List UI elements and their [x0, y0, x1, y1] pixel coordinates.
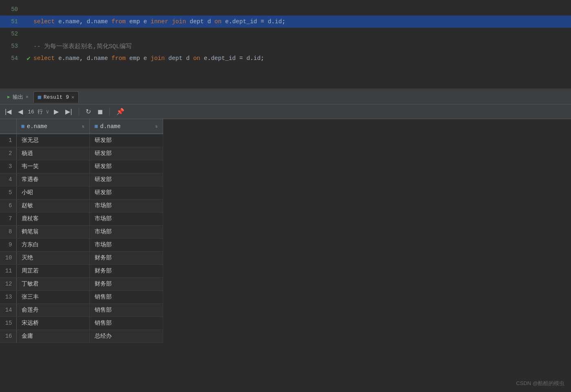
- row-number-header: [0, 119, 16, 134]
- dname-cell: 财务部: [90, 251, 163, 264]
- dname-cell: 研发部: [90, 186, 163, 199]
- dname-cell: 市场部: [90, 212, 163, 225]
- dropdown-arrow[interactable]: ∨: [46, 109, 49, 115]
- ename-cell: 俞莲舟: [16, 303, 90, 317]
- result-table: ▦ e.name ⇅ ▦ d.name ⇅ 1张无忌研发部2杨逍研发部3: [0, 119, 163, 343]
- table-row: 15宋远桥销售部: [0, 317, 163, 330]
- code-line-53: 53-- 为每一张表起别名,简化SQL编写: [0, 40, 571, 52]
- ename-cell: 周芷若: [16, 264, 90, 277]
- line-number: 52: [0, 31, 24, 37]
- code-line-54: 54✔select e.name, d.name from emp e join…: [0, 52, 571, 64]
- tab-bar: ▶ 输出 ✕ ▦ Result 9 ✕: [0, 90, 571, 104]
- next-page-button[interactable]: ▶: [52, 107, 60, 116]
- tab-result9[interactable]: ▦ Result 9 ✕: [33, 91, 79, 103]
- table-row: 9方东白市场部: [0, 238, 163, 251]
- row-number-cell: 13: [0, 290, 16, 303]
- last-page-button[interactable]: ▶|: [64, 107, 73, 116]
- row-number-cell: 11: [0, 264, 16, 277]
- row-number-cell: 1: [0, 134, 16, 147]
- dname-cell: 研发部: [90, 134, 163, 147]
- row-number-cell: 2: [0, 147, 16, 160]
- refresh-button[interactable]: ↻: [84, 107, 93, 116]
- table-row: 5小昭研发部: [0, 186, 163, 199]
- line-content: select e.name, d.name from emp e join de…: [33, 55, 571, 62]
- ename-cell: 方东白: [16, 238, 90, 251]
- dname-cell: 市场部: [90, 238, 163, 251]
- table-header-row: ▦ e.name ⇅ ▦ d.name ⇅: [0, 119, 163, 134]
- row-number-cell: 5: [0, 186, 16, 199]
- table-row: 6赵敏市场部: [0, 199, 163, 212]
- ename-cell: 韦一笑: [16, 160, 90, 173]
- ename-cell: 赵敏: [16, 199, 90, 212]
- col-header-dname[interactable]: ▦ d.name ⇅: [90, 119, 163, 134]
- line-content: select e.name, d.name from emp e inner j…: [33, 18, 571, 25]
- tab-output-close[interactable]: ✕: [26, 94, 29, 100]
- dname-cell: 研发部: [90, 173, 163, 186]
- col-ename-label: e.name: [27, 123, 47, 130]
- dname-cell: 销售部: [90, 290, 163, 303]
- code-line-51: 51select e.name, d.name from emp e inner…: [0, 16, 571, 28]
- prev-page-button[interactable]: ◀: [16, 107, 24, 116]
- dname-cell: 销售部: [90, 317, 163, 330]
- row-number-cell: 14: [0, 303, 16, 317]
- table-row: 10灭绝财务部: [0, 251, 163, 264]
- code-line-52: 52: [0, 28, 571, 40]
- dname-cell: 研发部: [90, 147, 163, 160]
- sort-icon-1[interactable]: ⇅: [82, 124, 84, 129]
- dname-cell: 财务部: [90, 264, 163, 277]
- line-number: 53: [0, 43, 24, 49]
- pin-button[interactable]: 📌: [115, 107, 126, 116]
- row-number-cell: 7: [0, 212, 16, 225]
- line-indicator: ✔: [24, 54, 33, 62]
- row-number-cell: 9: [0, 238, 16, 251]
- table-row: 3韦一笑研发部: [0, 160, 163, 173]
- ename-cell: 丁敏君: [16, 277, 90, 290]
- tab-output[interactable]: ▶ 输出 ✕: [3, 91, 33, 103]
- ename-cell: 灭绝: [16, 251, 90, 264]
- checkmark-icon: ✔: [27, 54, 31, 62]
- line-number: 54: [0, 55, 24, 62]
- row-count: 16 行: [28, 108, 42, 115]
- ename-cell: 宋远桥: [16, 317, 90, 330]
- table-icon: ▦: [38, 94, 41, 100]
- table-row: 13张三丰销售部: [0, 290, 163, 303]
- tab-result9-close[interactable]: ✕: [71, 94, 74, 100]
- row-number-cell: 16: [0, 330, 16, 343]
- separator-1: [79, 108, 79, 116]
- tab-result9-label: Result 9: [44, 94, 69, 100]
- col-header-ename[interactable]: ▦ e.name ⇅: [16, 119, 90, 134]
- sort-icon-2[interactable]: ⇅: [155, 124, 158, 129]
- row-number-cell: 10: [0, 251, 16, 264]
- table-row: 1张无忌研发部: [0, 134, 163, 147]
- ename-cell: 张三丰: [16, 290, 90, 303]
- ename-cell: 小昭: [16, 186, 90, 199]
- ename-cell: 杨逍: [16, 147, 90, 160]
- stop-button[interactable]: ◼: [96, 107, 104, 116]
- ename-cell: 鹤笔翁: [16, 225, 90, 238]
- line-number: 51: [0, 18, 24, 25]
- ename-cell: 张无忌: [16, 134, 90, 147]
- ename-cell: 鹿杖客: [16, 212, 90, 225]
- ename-cell: 常遇春: [16, 173, 90, 186]
- table-row: 4常遇春研发部: [0, 173, 163, 186]
- table-row: 2杨逍研发部: [0, 147, 163, 160]
- results-toolbar: |◀ ◀ 16 行 ∨ ▶ ▶| ↻ ◼ 📌: [0, 104, 571, 119]
- watermark: CSDN @酷酷的模虫: [516, 380, 564, 387]
- play-icon: ▶: [7, 94, 10, 100]
- row-number-cell: 3: [0, 160, 16, 173]
- row-number-cell: 15: [0, 317, 16, 330]
- line-number: 50: [0, 6, 24, 13]
- table-row: 8鹤笔翁市场部: [0, 225, 163, 238]
- dname-cell: 市场部: [90, 225, 163, 238]
- dname-cell: 总经办: [90, 330, 163, 343]
- result-table-container: ▦ e.name ⇅ ▦ d.name ⇅ 1张无忌研发部2杨逍研发部3: [0, 119, 571, 392]
- bottom-panel: ▶ 输出 ✕ ▦ Result 9 ✕ |◀ ◀ 16 行 ∨ ▶ ▶| ↻ ◼…: [0, 90, 571, 392]
- col-dname-label: d.name: [100, 123, 120, 130]
- row-number-cell: 8: [0, 225, 16, 238]
- col-grid-icon-1: ▦: [22, 123, 24, 129]
- first-page-button[interactable]: |◀: [3, 107, 13, 116]
- row-number-cell: 6: [0, 199, 16, 212]
- dname-cell: 市场部: [90, 199, 163, 212]
- row-number-cell: 4: [0, 173, 16, 186]
- tab-output-label: 输出: [13, 93, 23, 101]
